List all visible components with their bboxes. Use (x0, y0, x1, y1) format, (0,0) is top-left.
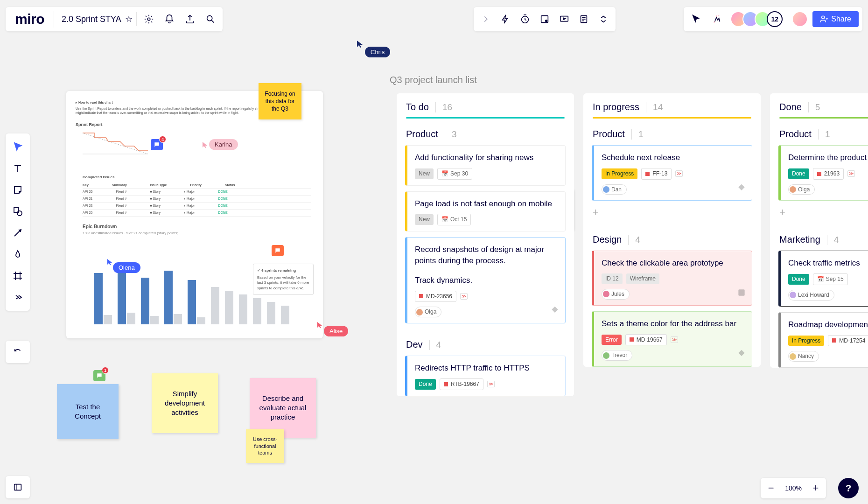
note-icon[interactable] (574, 11, 593, 28)
cursor-alise: Alise (324, 326, 348, 336)
zoom-in-button[interactable]: + (807, 480, 824, 497)
sprint-report-card[interactable]: ▸ How to read this chart Use the Sprint … (66, 91, 323, 338)
card-https-redirect[interactable]: Redirects HTTP traffic to HTTPS DoneRTB-… (405, 356, 566, 396)
comment-badge: 4 (159, 136, 166, 143)
epic-bar-chart (94, 236, 262, 324)
add-card-button[interactable]: + (593, 206, 604, 218)
card-record-snapshots[interactable]: Record snapshots of design at major poin… (405, 237, 566, 323)
kanban-col-todo: To do16 Product3 Add functionality for s… (397, 93, 574, 504)
col-todo-name: To do (406, 102, 429, 112)
avatars[interactable]: 12 (730, 11, 783, 27)
more-tools[interactable] (8, 287, 27, 308)
cursor-olena: Olena (113, 262, 140, 273)
export-icon[interactable] (182, 11, 198, 28)
help-button[interactable]: ? (838, 478, 859, 498)
card-roadmap[interactable]: Roadmap development In ProgressMD-17254 … (778, 312, 868, 368)
card-customer-support[interactable]: Determine the product customer support D… (778, 145, 868, 201)
line-tool[interactable] (8, 222, 27, 244)
cursor-icon (202, 141, 208, 150)
current-user-avatar[interactable] (792, 11, 808, 27)
epic-tooltip: ✓ 6 sprints remaining Based on your velo… (253, 264, 314, 295)
avatar-count[interactable]: 12 (767, 11, 783, 27)
bell-icon[interactable] (161, 11, 178, 28)
svg-point-14 (17, 211, 22, 216)
board-title[interactable]: 2.0 Sprint STYA (62, 14, 121, 24)
star-icon[interactable]: ☆ (125, 14, 133, 24)
select-tool[interactable] (8, 136, 27, 158)
col-todo-count: 16 (435, 102, 452, 112)
group-product: Product (406, 129, 438, 140)
undo-button[interactable] (6, 341, 30, 363)
comment-icon[interactable] (272, 245, 284, 256)
more-apps-icon[interactable] (594, 11, 613, 28)
toolbar (6, 133, 30, 311)
cursor-icon[interactable] (687, 11, 704, 28)
header-collab: 12 Share (684, 7, 862, 31)
canvas[interactable]: ▸ How to read this chart Use the Sprint … (0, 0, 868, 504)
sticky-tool[interactable] (8, 179, 27, 201)
search-icon[interactable] (202, 11, 219, 28)
sprint-report-title: Sprint Report (76, 122, 314, 127)
svg-point-6 (546, 20, 547, 22)
timer-icon[interactable] (516, 11, 534, 28)
comment-icon[interactable]: 4 (151, 139, 163, 150)
panel-toggle[interactable] (6, 476, 30, 498)
zoom-value[interactable]: 100% (782, 484, 805, 492)
cursor-karina: Karina (209, 139, 238, 150)
completed-issues-label: Completed Issues (83, 175, 114, 179)
add-card-button[interactable]: + (779, 206, 791, 218)
shape-tool[interactable] (8, 201, 27, 222)
card-clickable-prototype[interactable]: Check the clickable area prototype ID 12… (592, 251, 752, 305)
header-left: miro 2.0 Sprint STYA ☆ (6, 7, 223, 31)
cursor-icon (316, 321, 323, 330)
col-prog-name: In progress (593, 102, 639, 112)
text-tool[interactable] (8, 158, 27, 179)
sticky-test-concept[interactable]: Test the Concept (57, 384, 119, 439)
group-dev: Dev (406, 339, 423, 350)
col-done-name: Done (779, 102, 802, 112)
sticky-simplify[interactable]: Simplify development activities (152, 373, 218, 433)
comment-badge: 1 (102, 367, 109, 374)
group-marketing: Marketing (779, 234, 820, 245)
col-prog-count: 14 (646, 102, 663, 112)
frame-tool[interactable] (8, 265, 27, 287)
sticky-crossfunc[interactable]: Use cross-functional teams (246, 429, 284, 463)
sticky-focus[interactable]: Focusing on this data for the Q3 (259, 83, 301, 119)
present-icon[interactable] (555, 11, 574, 28)
kanban-col-progress: In progress14 Product1 Schedule next rel… (583, 93, 761, 504)
jira-icon (550, 306, 560, 318)
card-add-functionality[interactable]: Add functionality for sharing news New📅 … (405, 145, 566, 186)
sticky-describe[interactable]: Describe and evaluate actual practice (250, 378, 316, 438)
cursor-icon (356, 40, 364, 50)
zoom-controls: − 100% + (761, 478, 826, 498)
group-design: Design (593, 234, 622, 245)
card-page-load[interactable]: Page load is not fast enough on mobile N… (405, 191, 566, 232)
cursor-icon (106, 258, 113, 267)
issue-table: KeySummaryIssue TypePriorityStatus API-2… (83, 182, 311, 217)
svg-line-3 (211, 20, 214, 22)
card-traffic-metrics[interactable]: Check traffic metrics Done📅 Sep 15 Lexi … (778, 251, 868, 306)
header-apps (474, 7, 616, 31)
card-schedule-release[interactable]: Schedule next release In ProgressFF-13≫ … (592, 145, 752, 201)
reactions-icon[interactable] (709, 11, 726, 28)
svg-point-2 (207, 16, 212, 21)
burndown-chart (83, 128, 148, 161)
col-done-count: 5 (808, 102, 820, 112)
voting-icon[interactable] (535, 11, 554, 28)
chevron-right-icon[interactable] (476, 11, 495, 28)
pen-tool[interactable] (8, 244, 27, 265)
epic-burndown-title: Epic Burndown (83, 224, 117, 229)
bolt-icon[interactable] (496, 11, 515, 28)
card-theme-color[interactable]: Sets a theme color for the address bar E… (592, 311, 752, 367)
settings-icon[interactable] (140, 11, 157, 28)
svg-rect-21 (14, 484, 21, 490)
share-button[interactable]: Share (812, 11, 859, 27)
comment-icon[interactable]: 1 (93, 370, 105, 381)
jira-icon (737, 183, 746, 196)
zoom-out-button[interactable]: − (763, 480, 779, 497)
miro-logo[interactable]: miro (9, 11, 50, 27)
report-howto: How to read this chart (78, 101, 113, 104)
svg-marker-8 (563, 18, 566, 20)
cursor-chris: Chris (365, 47, 390, 57)
epic-sub: 13% unestimated issues · 9 of 21 complet… (83, 231, 178, 235)
